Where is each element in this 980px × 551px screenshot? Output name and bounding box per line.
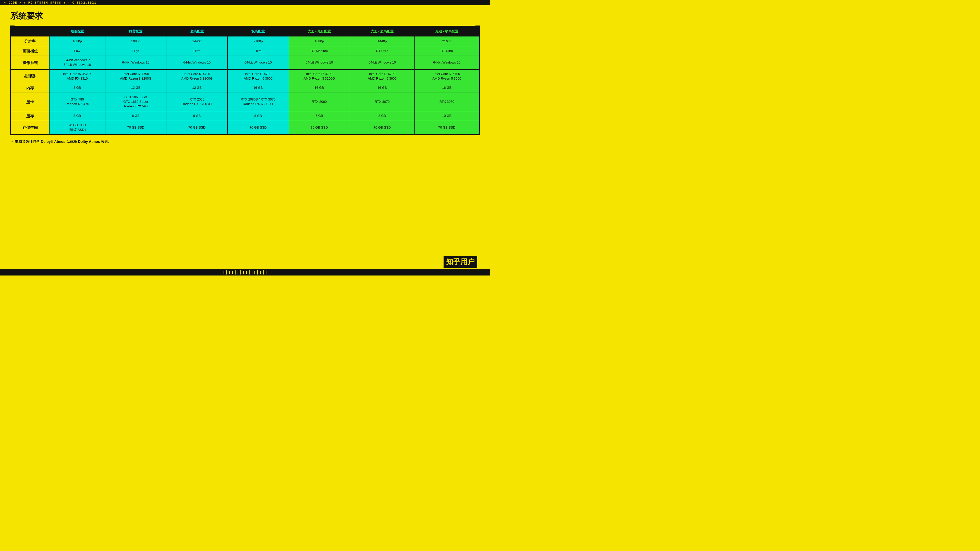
th-col7: 光追 - 极高配置 [414, 27, 479, 37]
table-cell: Intel Core i7-4790AMD Ryzen 3 3200G [289, 69, 350, 83]
table-cell: Ultra [228, 46, 289, 56]
th-empty [11, 27, 49, 37]
tick-8 [243, 271, 244, 274]
tick-15 [263, 270, 264, 275]
table-cell: GTX 780Radeon RX 470 [49, 93, 105, 111]
page-title: 系统要求 [10, 11, 480, 22]
tick-13 [257, 270, 258, 275]
table-cell: 64-bit Windows 10 [166, 56, 228, 69]
tick-2 [226, 270, 227, 275]
table-header-row: 最低配置 推荐配置 超高配置 极高配置 光追 - 最低配置 光追 - 超高配置 … [11, 27, 479, 37]
th-col1: 最低配置 [49, 27, 105, 37]
table-cell: 16 GB [350, 83, 414, 93]
table-row: 画面档位LowHighUltraUltraRT MediumRT UltraRT… [11, 46, 479, 56]
table-cell: 1080p [49, 37, 105, 46]
tick-4 [232, 271, 233, 274]
corner-bl [10, 130, 14, 135]
table-cell: 8 GB [49, 83, 105, 93]
table-cell: 8 GB [228, 111, 289, 121]
table-cell: 70 GB HDD（建议 SSD） [49, 121, 105, 134]
tick-10 [249, 270, 250, 275]
table-cell: RTX 2080S / RTX 3070Radeon RX 6800 XT [228, 93, 289, 111]
note-text: → 电脑音效须包含 Dolby® Atmos 以体验 Dolby Atmos 效… [10, 140, 480, 144]
table-cell: 70 GB SSD [350, 121, 414, 134]
table-cell: RTX 3070 [350, 93, 414, 111]
table-cell: 1080p [105, 37, 166, 46]
table-cell: Intel Core i7-6700AMD Ryzen 5 3600 [350, 69, 414, 83]
table-cell: 1440p [166, 37, 228, 46]
table-cell: Intel Core i7-4790AMD Ryzen 5 3600 [228, 69, 289, 83]
table-cell: 10 GB [414, 111, 479, 121]
row-label: 处理器 [11, 69, 49, 83]
table-row: 存储空间70 GB HDD（建议 SSD）70 GB SSD70 GB SSD7… [11, 121, 479, 134]
table-cell: High [105, 46, 166, 56]
table-cell: Intel Core i7-4790AMD Ryzen 3 3200G [105, 69, 166, 83]
table-cell: Intel Core i7-6700AMD Ryzen 5 3600 [414, 69, 479, 83]
th-col2: 推荐配置 [105, 27, 166, 37]
table-cell: RT Medium [289, 46, 350, 56]
table-row: 处理器Intel Core i5-3570KAMD FX-8310Intel C… [11, 69, 479, 83]
table-cell: 1440p [350, 37, 414, 46]
th-col6: 光追 - 超高配置 [350, 27, 414, 37]
th-col4: 极高配置 [228, 27, 289, 37]
bottom-bar [0, 269, 490, 275]
tick-12 [255, 271, 255, 274]
table-row: 显卡GTX 780Radeon RX 470GTX 1060 6GBGTX 16… [11, 93, 479, 111]
tick-3 [229, 271, 230, 274]
table-cell: 8 GB [350, 111, 414, 121]
table-cell: 1080p [289, 37, 350, 46]
corner-br [476, 130, 480, 135]
corner-tr [476, 25, 480, 30]
watermark: 知乎用户 [444, 256, 477, 268]
table-cell: 2160p [414, 37, 479, 46]
specs-table: 最低配置 推荐配置 超高配置 极高配置 光追 - 最低配置 光追 - 超高配置 … [11, 26, 479, 135]
table-cell: 2160p [228, 37, 289, 46]
th-col3: 超高配置 [166, 27, 228, 37]
table-cell: Ultra [166, 46, 228, 56]
corner-tl [10, 25, 14, 30]
table-cell: 64-bit Windows 10 [289, 56, 350, 69]
table-cell: Intel Core i5-3570KAMD FX-8310 [49, 69, 105, 83]
table-cell: Intel Core i7-4790AMD Ryzen 3 3200G [166, 69, 228, 83]
row-label: 画面档位 [11, 46, 49, 56]
table-cell: 64-bit Windows 10 [414, 56, 479, 69]
table-cell: 64-bit Windows 10 [350, 56, 414, 69]
tick-5 [235, 270, 235, 275]
table-cell: 6 GB [166, 111, 228, 121]
table-cell: RTX 2060 [289, 93, 350, 111]
table-cell: RT Ultra [414, 46, 479, 56]
table-row: 分辨率1080p1080p1440p2160p1080p1440p2160p [11, 37, 479, 46]
specs-table-wrapper: 最低配置 推荐配置 超高配置 极高配置 光追 - 最低配置 光追 - 超高配置 … [10, 26, 480, 135]
table-cell: GTX 1060 6GBGTX 1660 SuperRadeon RX 590 [105, 93, 166, 111]
tick-6 [238, 271, 239, 274]
table-cell: 70 GB SSD [289, 121, 350, 134]
table-cell: RT Ultra [350, 46, 414, 56]
table-cell: 70 GB SSD [228, 121, 289, 134]
table-cell: 6 GB [289, 111, 350, 121]
tick-11 [251, 271, 252, 274]
row-label: 显卡 [11, 93, 49, 111]
table-row: 内存8 GB12 GB12 GB16 GB16 GB16 GB16 GB [11, 83, 479, 93]
table-cell: Low [49, 46, 105, 56]
table-cell: 64-bit Windows 10 [228, 56, 289, 69]
table-cell: 12 GB [166, 83, 228, 93]
tick-1 [224, 271, 224, 274]
row-label: 操作系统 [11, 56, 49, 69]
table-cell: 64-bit Windows 764-bit Windows 10 [49, 56, 105, 69]
table-row: 显存3 GB6 GB6 GB8 GB6 GB8 GB10 GB [11, 111, 479, 121]
table-cell: RTX 3080 [414, 93, 479, 111]
table-cell: 64-bit Windows 10 [105, 56, 166, 69]
row-label: 显存 [11, 111, 49, 121]
table-row: 操作系统64-bit Windows 764-bit Windows 1064-… [11, 56, 479, 69]
table-cell: 16 GB [228, 83, 289, 93]
table-cell: 6 GB [105, 111, 166, 121]
row-label: 内存 [11, 83, 49, 93]
top-bar: < CODE > ( PC SYSTEM SPECS ) - C 5332.59… [0, 0, 490, 5]
table-cell: 70 GB SSD [414, 121, 479, 134]
top-bar-text: < CODE > ( PC SYSTEM SPECS ) - C 5332.59… [4, 1, 97, 4]
table-cell: 70 GB SSD [166, 121, 228, 134]
table-cell: 16 GB [414, 83, 479, 93]
table-cell: 70 GB SSD [105, 121, 166, 134]
row-label: 分辨率 [11, 37, 49, 46]
row-label: 存储空间 [11, 121, 49, 134]
